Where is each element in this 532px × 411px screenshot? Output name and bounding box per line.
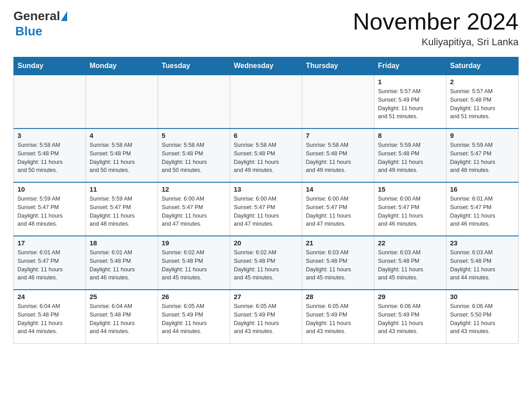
day-info: Sunrise: 6:03 AM Sunset: 5:48 PM Dayligh…: [378, 248, 442, 282]
day-info: Sunrise: 6:06 AM Sunset: 5:50 PM Dayligh…: [450, 302, 515, 336]
day-cell: 28Sunrise: 6:05 AM Sunset: 5:49 PM Dayli…: [302, 290, 374, 343]
day-info: Sunrise: 6:00 AM Sunset: 5:47 PM Dayligh…: [162, 195, 226, 228]
day-number: 8: [378, 132, 442, 139]
day-cell: 24Sunrise: 6:04 AM Sunset: 5:48 PM Dayli…: [14, 290, 86, 343]
day-info: Sunrise: 6:05 AM Sunset: 5:49 PM Dayligh…: [162, 302, 226, 336]
day-info: Sunrise: 6:04 AM Sunset: 5:48 PM Dayligh…: [90, 302, 154, 336]
day-number: 22: [378, 239, 442, 247]
subtitle: Kuliyapitiya, Sri Lanka: [353, 36, 519, 48]
day-info: Sunrise: 6:01 AM Sunset: 5:47 PM Dayligh…: [17, 248, 82, 282]
main-title: November 2024: [353, 9, 519, 34]
day-cell: 5Sunrise: 5:58 AM Sunset: 5:48 PM Daylig…: [158, 128, 230, 182]
day-cell: 16Sunrise: 6:01 AM Sunset: 5:47 PM Dayli…: [446, 182, 519, 236]
day-info: Sunrise: 5:58 AM Sunset: 5:48 PM Dayligh…: [234, 141, 298, 175]
day-number: 24: [17, 293, 82, 300]
header-cell-tuesday: Tuesday: [158, 57, 230, 75]
day-cell: 10Sunrise: 5:59 AM Sunset: 5:47 PM Dayli…: [14, 182, 86, 236]
day-cell: [158, 75, 230, 128]
day-info: Sunrise: 6:06 AM Sunset: 5:49 PM Dayligh…: [378, 302, 442, 336]
day-info: Sunrise: 6:02 AM Sunset: 5:48 PM Dayligh…: [162, 248, 226, 282]
week-row-4: 17Sunrise: 6:01 AM Sunset: 5:47 PM Dayli…: [14, 236, 519, 290]
week-row-5: 24Sunrise: 6:04 AM Sunset: 5:48 PM Dayli…: [14, 290, 519, 343]
day-cell: [302, 75, 374, 128]
day-cell: 13Sunrise: 6:00 AM Sunset: 5:47 PM Dayli…: [230, 182, 302, 236]
day-info: Sunrise: 5:59 AM Sunset: 5:48 PM Dayligh…: [378, 141, 442, 175]
day-cell: 27Sunrise: 6:05 AM Sunset: 5:49 PM Dayli…: [230, 290, 302, 343]
title-section: November 2024 Kuliyapitiya, Sri Lanka: [353, 9, 519, 48]
day-info: Sunrise: 5:57 AM Sunset: 5:49 PM Dayligh…: [378, 87, 442, 121]
page-header: General Blue November 2024 Kuliyapitiya,…: [13, 9, 519, 48]
day-info: Sunrise: 5:57 AM Sunset: 5:48 PM Dayligh…: [450, 87, 515, 121]
header-row: SundayMondayTuesdayWednesdayThursdayFrid…: [14, 57, 519, 75]
day-info: Sunrise: 6:05 AM Sunset: 5:49 PM Dayligh…: [306, 302, 370, 336]
day-number: 25: [90, 293, 154, 300]
day-cell: 30Sunrise: 6:06 AM Sunset: 5:50 PM Dayli…: [446, 290, 519, 343]
day-info: Sunrise: 5:59 AM Sunset: 5:47 PM Dayligh…: [17, 195, 82, 228]
header-cell-saturday: Saturday: [446, 57, 519, 75]
day-info: Sunrise: 6:00 AM Sunset: 5:47 PM Dayligh…: [234, 195, 298, 228]
day-number: 1: [378, 78, 442, 86]
day-cell: 20Sunrise: 6:02 AM Sunset: 5:48 PM Dayli…: [230, 236, 302, 290]
day-cell: 23Sunrise: 6:03 AM Sunset: 5:48 PM Dayli…: [446, 236, 519, 290]
day-cell: 4Sunrise: 5:58 AM Sunset: 5:48 PM Daylig…: [86, 128, 158, 182]
day-number: 27: [234, 293, 298, 300]
day-number: 30: [450, 293, 515, 300]
day-cell: [86, 75, 158, 128]
day-cell: 2Sunrise: 5:57 AM Sunset: 5:48 PM Daylig…: [446, 75, 519, 128]
day-cell: 12Sunrise: 6:00 AM Sunset: 5:47 PM Dayli…: [158, 182, 230, 236]
day-cell: 3Sunrise: 5:58 AM Sunset: 5:48 PM Daylig…: [14, 128, 86, 182]
day-number: 26: [162, 293, 226, 300]
day-number: 16: [450, 185, 515, 193]
week-row-1: 1Sunrise: 5:57 AM Sunset: 5:49 PM Daylig…: [14, 75, 519, 128]
day-info: Sunrise: 6:02 AM Sunset: 5:48 PM Dayligh…: [234, 248, 298, 282]
day-number: 29: [378, 293, 442, 300]
day-info: Sunrise: 5:58 AM Sunset: 5:48 PM Dayligh…: [90, 141, 154, 175]
day-number: 2: [450, 78, 515, 86]
day-cell: 7Sunrise: 5:58 AM Sunset: 5:48 PM Daylig…: [302, 128, 374, 182]
header-cell-thursday: Thursday: [302, 57, 374, 75]
header-cell-sunday: Sunday: [14, 57, 86, 75]
day-number: 3: [17, 132, 82, 139]
header-cell-wednesday: Wednesday: [230, 57, 302, 75]
day-number: 18: [90, 239, 154, 247]
day-cell: 11Sunrise: 5:59 AM Sunset: 5:47 PM Dayli…: [86, 182, 158, 236]
header-cell-monday: Monday: [86, 57, 158, 75]
day-number: 14: [306, 185, 370, 193]
day-number: 5: [162, 132, 226, 139]
day-number: 21: [306, 239, 370, 247]
day-number: 4: [90, 132, 154, 139]
day-info: Sunrise: 6:04 AM Sunset: 5:48 PM Dayligh…: [17, 302, 82, 336]
day-number: 20: [234, 239, 298, 247]
day-cell: 17Sunrise: 6:01 AM Sunset: 5:47 PM Dayli…: [14, 236, 86, 290]
calendar-body: 1Sunrise: 5:57 AM Sunset: 5:49 PM Daylig…: [14, 75, 519, 343]
day-cell: [14, 75, 86, 128]
calendar-header: SundayMondayTuesdayWednesdayThursdayFrid…: [14, 57, 519, 75]
day-cell: 26Sunrise: 6:05 AM Sunset: 5:49 PM Dayli…: [158, 290, 230, 343]
day-number: 10: [17, 185, 82, 193]
day-number: 28: [306, 293, 370, 300]
day-cell: 1Sunrise: 5:57 AM Sunset: 5:49 PM Daylig…: [374, 75, 446, 128]
day-cell: 22Sunrise: 6:03 AM Sunset: 5:48 PM Dayli…: [374, 236, 446, 290]
day-cell: 8Sunrise: 5:59 AM Sunset: 5:48 PM Daylig…: [374, 128, 446, 182]
logo-text: General: [13, 9, 68, 23]
day-info: Sunrise: 6:01 AM Sunset: 5:48 PM Dayligh…: [90, 248, 154, 282]
week-row-2: 3Sunrise: 5:58 AM Sunset: 5:48 PM Daylig…: [14, 128, 519, 182]
day-number: 15: [378, 185, 442, 193]
logo-blue: Blue: [13, 24, 43, 39]
logo-general: General: [13, 9, 60, 23]
day-cell: 9Sunrise: 5:59 AM Sunset: 5:47 PM Daylig…: [446, 128, 519, 182]
day-info: Sunrise: 6:03 AM Sunset: 5:48 PM Dayligh…: [450, 248, 515, 282]
day-info: Sunrise: 6:00 AM Sunset: 5:47 PM Dayligh…: [306, 195, 370, 228]
day-info: Sunrise: 6:00 AM Sunset: 5:47 PM Dayligh…: [378, 195, 442, 228]
day-number: 6: [234, 132, 298, 139]
day-cell: 21Sunrise: 6:03 AM Sunset: 5:48 PM Dayli…: [302, 236, 374, 290]
day-number: 7: [306, 132, 370, 139]
logo: General Blue: [13, 9, 68, 39]
day-info: Sunrise: 5:58 AM Sunset: 5:48 PM Dayligh…: [17, 141, 82, 175]
day-cell: 6Sunrise: 5:58 AM Sunset: 5:48 PM Daylig…: [230, 128, 302, 182]
day-cell: 25Sunrise: 6:04 AM Sunset: 5:48 PM Dayli…: [86, 290, 158, 343]
day-info: Sunrise: 5:58 AM Sunset: 5:48 PM Dayligh…: [306, 141, 370, 175]
logo-triangle-icon: [61, 11, 67, 21]
day-number: 12: [162, 185, 226, 193]
day-info: Sunrise: 6:05 AM Sunset: 5:49 PM Dayligh…: [234, 302, 298, 336]
